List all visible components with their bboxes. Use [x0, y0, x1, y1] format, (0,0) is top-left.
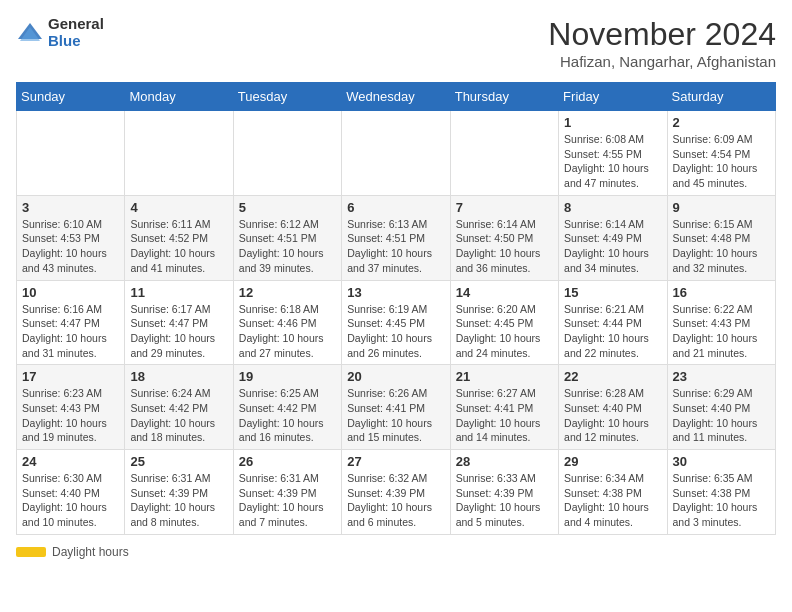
day-info: Sunrise: 6:29 AM Sunset: 4:40 PM Dayligh…	[673, 386, 770, 445]
calendar-cell	[450, 111, 558, 196]
calendar-header-cell: Sunday	[17, 83, 125, 111]
day-number: 5	[239, 200, 336, 215]
day-number: 9	[673, 200, 770, 215]
day-info: Sunrise: 6:14 AM Sunset: 4:49 PM Dayligh…	[564, 217, 661, 276]
day-info: Sunrise: 6:30 AM Sunset: 4:40 PM Dayligh…	[22, 471, 119, 530]
page-header: General Blue November 2024 Hafizan, Nang…	[16, 16, 776, 70]
day-info: Sunrise: 6:18 AM Sunset: 4:46 PM Dayligh…	[239, 302, 336, 361]
day-info: Sunrise: 6:19 AM Sunset: 4:45 PM Dayligh…	[347, 302, 444, 361]
day-number: 6	[347, 200, 444, 215]
calendar-week-row: 1Sunrise: 6:08 AM Sunset: 4:55 PM Daylig…	[17, 111, 776, 196]
day-info: Sunrise: 6:22 AM Sunset: 4:43 PM Dayligh…	[673, 302, 770, 361]
calendar-cell	[233, 111, 341, 196]
calendar-cell: 30Sunrise: 6:35 AM Sunset: 4:38 PM Dayli…	[667, 450, 775, 535]
calendar-cell: 3Sunrise: 6:10 AM Sunset: 4:53 PM Daylig…	[17, 195, 125, 280]
day-number: 14	[456, 285, 553, 300]
footer: Daylight hours	[16, 545, 776, 559]
day-number: 16	[673, 285, 770, 300]
day-info: Sunrise: 6:11 AM Sunset: 4:52 PM Dayligh…	[130, 217, 227, 276]
day-number: 4	[130, 200, 227, 215]
calendar-cell: 5Sunrise: 6:12 AM Sunset: 4:51 PM Daylig…	[233, 195, 341, 280]
logo-blue: Blue	[48, 33, 104, 50]
logo-text: General Blue	[48, 16, 104, 49]
day-number: 2	[673, 115, 770, 130]
day-info: Sunrise: 6:26 AM Sunset: 4:41 PM Dayligh…	[347, 386, 444, 445]
day-info: Sunrise: 6:34 AM Sunset: 4:38 PM Dayligh…	[564, 471, 661, 530]
calendar-cell: 15Sunrise: 6:21 AM Sunset: 4:44 PM Dayli…	[559, 280, 667, 365]
calendar-cell: 10Sunrise: 6:16 AM Sunset: 4:47 PM Dayli…	[17, 280, 125, 365]
day-number: 18	[130, 369, 227, 384]
day-info: Sunrise: 6:23 AM Sunset: 4:43 PM Dayligh…	[22, 386, 119, 445]
calendar-cell	[17, 111, 125, 196]
location: Hafizan, Nangarhar, Afghanistan	[548, 53, 776, 70]
daylight-label: Daylight hours	[52, 545, 129, 559]
calendar-cell: 13Sunrise: 6:19 AM Sunset: 4:45 PM Dayli…	[342, 280, 450, 365]
calendar-cell: 7Sunrise: 6:14 AM Sunset: 4:50 PM Daylig…	[450, 195, 558, 280]
day-number: 26	[239, 454, 336, 469]
calendar-cell: 21Sunrise: 6:27 AM Sunset: 4:41 PM Dayli…	[450, 365, 558, 450]
day-number: 10	[22, 285, 119, 300]
day-info: Sunrise: 6:10 AM Sunset: 4:53 PM Dayligh…	[22, 217, 119, 276]
calendar-cell: 17Sunrise: 6:23 AM Sunset: 4:43 PM Dayli…	[17, 365, 125, 450]
calendar-cell: 9Sunrise: 6:15 AM Sunset: 4:48 PM Daylig…	[667, 195, 775, 280]
calendar-cell: 29Sunrise: 6:34 AM Sunset: 4:38 PM Dayli…	[559, 450, 667, 535]
calendar-header-cell: Monday	[125, 83, 233, 111]
day-number: 15	[564, 285, 661, 300]
calendar-cell: 26Sunrise: 6:31 AM Sunset: 4:39 PM Dayli…	[233, 450, 341, 535]
day-number: 25	[130, 454, 227, 469]
day-number: 12	[239, 285, 336, 300]
calendar-header-cell: Wednesday	[342, 83, 450, 111]
calendar-cell: 6Sunrise: 6:13 AM Sunset: 4:51 PM Daylig…	[342, 195, 450, 280]
day-info: Sunrise: 6:31 AM Sunset: 4:39 PM Dayligh…	[239, 471, 336, 530]
daylight-bar-icon	[16, 547, 46, 557]
calendar-header-row: SundayMondayTuesdayWednesdayThursdayFrid…	[17, 83, 776, 111]
calendar-cell: 1Sunrise: 6:08 AM Sunset: 4:55 PM Daylig…	[559, 111, 667, 196]
day-info: Sunrise: 6:28 AM Sunset: 4:40 PM Dayligh…	[564, 386, 661, 445]
day-number: 11	[130, 285, 227, 300]
day-info: Sunrise: 6:13 AM Sunset: 4:51 PM Dayligh…	[347, 217, 444, 276]
month-title: November 2024	[548, 16, 776, 53]
calendar-cell	[125, 111, 233, 196]
calendar-cell: 2Sunrise: 6:09 AM Sunset: 4:54 PM Daylig…	[667, 111, 775, 196]
calendar-cell: 25Sunrise: 6:31 AM Sunset: 4:39 PM Dayli…	[125, 450, 233, 535]
day-info: Sunrise: 6:08 AM Sunset: 4:55 PM Dayligh…	[564, 132, 661, 191]
calendar-week-row: 24Sunrise: 6:30 AM Sunset: 4:40 PM Dayli…	[17, 450, 776, 535]
day-number: 23	[673, 369, 770, 384]
title-block: November 2024 Hafizan, Nangarhar, Afghan…	[548, 16, 776, 70]
calendar-cell: 27Sunrise: 6:32 AM Sunset: 4:39 PM Dayli…	[342, 450, 450, 535]
calendar-cell: 11Sunrise: 6:17 AM Sunset: 4:47 PM Dayli…	[125, 280, 233, 365]
day-number: 30	[673, 454, 770, 469]
calendar-cell: 16Sunrise: 6:22 AM Sunset: 4:43 PM Dayli…	[667, 280, 775, 365]
day-info: Sunrise: 6:24 AM Sunset: 4:42 PM Dayligh…	[130, 386, 227, 445]
calendar-header-cell: Tuesday	[233, 83, 341, 111]
day-number: 24	[22, 454, 119, 469]
day-info: Sunrise: 6:17 AM Sunset: 4:47 PM Dayligh…	[130, 302, 227, 361]
calendar-cell: 19Sunrise: 6:25 AM Sunset: 4:42 PM Dayli…	[233, 365, 341, 450]
calendar-week-row: 3Sunrise: 6:10 AM Sunset: 4:53 PM Daylig…	[17, 195, 776, 280]
day-info: Sunrise: 6:32 AM Sunset: 4:39 PM Dayligh…	[347, 471, 444, 530]
calendar-cell: 22Sunrise: 6:28 AM Sunset: 4:40 PM Dayli…	[559, 365, 667, 450]
day-info: Sunrise: 6:15 AM Sunset: 4:48 PM Dayligh…	[673, 217, 770, 276]
day-info: Sunrise: 6:09 AM Sunset: 4:54 PM Dayligh…	[673, 132, 770, 191]
day-number: 17	[22, 369, 119, 384]
day-info: Sunrise: 6:21 AM Sunset: 4:44 PM Dayligh…	[564, 302, 661, 361]
calendar-header-cell: Thursday	[450, 83, 558, 111]
day-number: 1	[564, 115, 661, 130]
day-number: 28	[456, 454, 553, 469]
calendar-body: 1Sunrise: 6:08 AM Sunset: 4:55 PM Daylig…	[17, 111, 776, 535]
calendar-cell: 14Sunrise: 6:20 AM Sunset: 4:45 PM Dayli…	[450, 280, 558, 365]
calendar-cell: 24Sunrise: 6:30 AM Sunset: 4:40 PM Dayli…	[17, 450, 125, 535]
day-info: Sunrise: 6:25 AM Sunset: 4:42 PM Dayligh…	[239, 386, 336, 445]
day-number: 21	[456, 369, 553, 384]
calendar: SundayMondayTuesdayWednesdayThursdayFrid…	[16, 82, 776, 535]
calendar-header-cell: Friday	[559, 83, 667, 111]
calendar-header-cell: Saturday	[667, 83, 775, 111]
logo-icon	[16, 19, 44, 47]
day-info: Sunrise: 6:35 AM Sunset: 4:38 PM Dayligh…	[673, 471, 770, 530]
day-number: 20	[347, 369, 444, 384]
day-number: 27	[347, 454, 444, 469]
day-number: 3	[22, 200, 119, 215]
day-info: Sunrise: 6:33 AM Sunset: 4:39 PM Dayligh…	[456, 471, 553, 530]
day-info: Sunrise: 6:20 AM Sunset: 4:45 PM Dayligh…	[456, 302, 553, 361]
day-number: 7	[456, 200, 553, 215]
